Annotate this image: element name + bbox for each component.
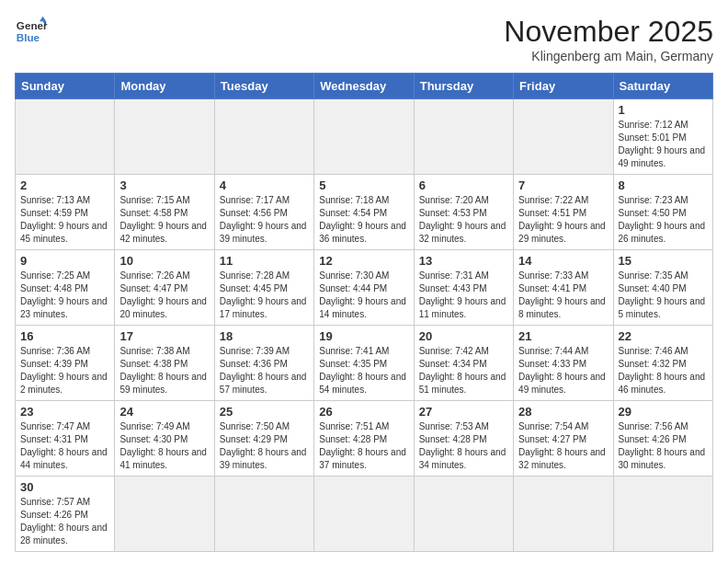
calendar-week-2: 2Sunrise: 7:13 AM Sunset: 4:59 PM Daylig…	[16, 175, 713, 250]
day-number: 17	[119, 329, 209, 343]
location-subtitle: Klingenberg am Main, Germany	[504, 49, 713, 63]
day-info: Sunrise: 7:17 AM Sunset: 4:56 PM Dayligh…	[220, 194, 309, 246]
calendar-cell	[514, 477, 613, 552]
day-info: Sunrise: 7:51 AM Sunset: 4:28 PM Dayligh…	[319, 420, 408, 472]
day-number: 25	[220, 405, 309, 419]
day-number: 4	[220, 178, 309, 192]
day-number: 13	[419, 254, 508, 268]
calendar-body: 1Sunrise: 7:12 AM Sunset: 5:01 PM Daylig…	[16, 99, 713, 552]
calendar-cell: 6Sunrise: 7:20 AM Sunset: 4:53 PM Daylig…	[414, 175, 513, 250]
header-friday: Friday	[514, 74, 613, 99]
day-number: 19	[319, 329, 408, 343]
day-info: Sunrise: 7:26 AM Sunset: 4:47 PM Dayligh…	[119, 270, 209, 321]
day-info: Sunrise: 7:22 AM Sunset: 4:51 PM Dayligh…	[518, 194, 608, 246]
calendar-week-4: 16Sunrise: 7:36 AM Sunset: 4:39 PM Dayli…	[16, 326, 713, 401]
day-info: Sunrise: 7:41 AM Sunset: 4:35 PM Dayligh…	[319, 345, 408, 396]
calendar-cell: 14Sunrise: 7:33 AM Sunset: 4:41 PM Dayli…	[514, 250, 613, 326]
day-info: Sunrise: 7:56 AM Sunset: 4:26 PM Dayligh…	[619, 420, 708, 472]
day-info: Sunrise: 7:46 AM Sunset: 4:32 PM Dayligh…	[619, 345, 708, 396]
logo: General Blue	[15, 15, 48, 48]
calendar-cell	[314, 99, 414, 175]
page-header: General Blue November 2025 Klingenberg a…	[15, 15, 713, 63]
day-info: Sunrise: 7:54 AM Sunset: 4:27 PM Dayligh…	[518, 420, 608, 472]
day-info: Sunrise: 7:33 AM Sunset: 4:41 PM Dayligh…	[518, 270, 608, 321]
calendar-cell: 7Sunrise: 7:22 AM Sunset: 4:51 PM Daylig…	[514, 175, 613, 250]
day-number: 21	[518, 329, 608, 343]
calendar-cell	[115, 477, 214, 552]
day-info: Sunrise: 7:36 AM Sunset: 4:39 PM Dayligh…	[20, 345, 109, 396]
day-number: 30	[20, 480, 109, 494]
day-number: 28	[518, 405, 608, 419]
calendar-cell: 29Sunrise: 7:56 AM Sunset: 4:26 PM Dayli…	[613, 401, 712, 477]
title-block: November 2025 Klingenberg am Main, Germa…	[504, 15, 713, 63]
calendar-cell	[314, 477, 414, 552]
day-info: Sunrise: 7:13 AM Sunset: 4:59 PM Dayligh…	[20, 194, 109, 246]
day-info: Sunrise: 7:23 AM Sunset: 4:50 PM Dayligh…	[619, 194, 708, 246]
calendar-cell: 25Sunrise: 7:50 AM Sunset: 4:29 PM Dayli…	[214, 401, 313, 477]
calendar-cell: 24Sunrise: 7:49 AM Sunset: 4:30 PM Dayli…	[115, 401, 214, 477]
day-number: 3	[119, 178, 209, 192]
calendar-cell: 1Sunrise: 7:12 AM Sunset: 5:01 PM Daylig…	[613, 99, 712, 175]
calendar-cell: 20Sunrise: 7:42 AM Sunset: 4:34 PM Dayli…	[414, 326, 513, 401]
month-title: November 2025	[504, 15, 713, 49]
day-number: 14	[518, 254, 608, 268]
header-thursday: Thursday	[414, 74, 513, 99]
day-number: 18	[220, 329, 309, 343]
calendar-week-3: 9Sunrise: 7:25 AM Sunset: 4:48 PM Daylig…	[16, 250, 713, 326]
calendar-cell: 8Sunrise: 7:23 AM Sunset: 4:50 PM Daylig…	[613, 175, 712, 250]
header-tuesday: Tuesday	[214, 74, 313, 99]
calendar-cell: 30Sunrise: 7:57 AM Sunset: 4:26 PM Dayli…	[16, 477, 115, 552]
logo-icon: General Blue	[15, 15, 48, 48]
calendar-cell: 4Sunrise: 7:17 AM Sunset: 4:56 PM Daylig…	[214, 175, 313, 250]
calendar-cell: 26Sunrise: 7:51 AM Sunset: 4:28 PM Dayli…	[314, 401, 414, 477]
day-info: Sunrise: 7:15 AM Sunset: 4:58 PM Dayligh…	[119, 194, 209, 246]
calendar-cell: 27Sunrise: 7:53 AM Sunset: 4:28 PM Dayli…	[414, 401, 513, 477]
calendar-cell: 5Sunrise: 7:18 AM Sunset: 4:54 PM Daylig…	[314, 175, 414, 250]
calendar-cell	[115, 99, 214, 175]
day-number: 11	[220, 254, 309, 268]
calendar-cell: 9Sunrise: 7:25 AM Sunset: 4:48 PM Daylig…	[16, 250, 115, 326]
day-info: Sunrise: 7:53 AM Sunset: 4:28 PM Dayligh…	[419, 420, 508, 472]
calendar-cell: 28Sunrise: 7:54 AM Sunset: 4:27 PM Dayli…	[514, 401, 613, 477]
header-monday: Monday	[115, 74, 214, 99]
header-row: SundayMondayTuesdayWednesdayThursdayFrid…	[16, 74, 713, 99]
day-number: 7	[518, 178, 608, 192]
day-info: Sunrise: 7:47 AM Sunset: 4:31 PM Dayligh…	[20, 420, 109, 472]
calendar-cell: 18Sunrise: 7:39 AM Sunset: 4:36 PM Dayli…	[214, 326, 313, 401]
day-number: 16	[20, 329, 109, 343]
calendar-table: SundayMondayTuesdayWednesdayThursdayFrid…	[15, 73, 713, 552]
day-info: Sunrise: 7:18 AM Sunset: 4:54 PM Dayligh…	[319, 194, 408, 246]
day-number: 6	[419, 178, 508, 192]
calendar-cell	[214, 477, 313, 552]
day-info: Sunrise: 7:57 AM Sunset: 4:26 PM Dayligh…	[20, 496, 109, 547]
day-info: Sunrise: 7:12 AM Sunset: 5:01 PM Dayligh…	[619, 119, 708, 170]
svg-text:Blue: Blue	[17, 31, 40, 43]
day-number: 26	[319, 405, 408, 419]
day-info: Sunrise: 7:50 AM Sunset: 4:29 PM Dayligh…	[220, 420, 309, 472]
calendar-cell	[514, 99, 613, 175]
calendar-week-6: 30Sunrise: 7:57 AM Sunset: 4:26 PM Dayli…	[16, 477, 713, 552]
day-info: Sunrise: 7:35 AM Sunset: 4:40 PM Dayligh…	[619, 270, 708, 321]
calendar-cell: 12Sunrise: 7:30 AM Sunset: 4:44 PM Dayli…	[314, 250, 414, 326]
day-number: 9	[20, 254, 109, 268]
calendar-cell: 16Sunrise: 7:36 AM Sunset: 4:39 PM Dayli…	[16, 326, 115, 401]
calendar-cell: 22Sunrise: 7:46 AM Sunset: 4:32 PM Dayli…	[613, 326, 712, 401]
header-sunday: Sunday	[16, 74, 115, 99]
day-number: 8	[619, 178, 708, 192]
day-info: Sunrise: 7:49 AM Sunset: 4:30 PM Dayligh…	[119, 420, 209, 472]
calendar-week-5: 23Sunrise: 7:47 AM Sunset: 4:31 PM Dayli…	[16, 401, 713, 477]
calendar-cell: 11Sunrise: 7:28 AM Sunset: 4:45 PM Dayli…	[214, 250, 313, 326]
calendar-header: SundayMondayTuesdayWednesdayThursdayFrid…	[16, 74, 713, 99]
day-info: Sunrise: 7:44 AM Sunset: 4:33 PM Dayligh…	[518, 345, 608, 396]
day-number: 22	[619, 329, 708, 343]
day-number: 20	[419, 329, 508, 343]
day-info: Sunrise: 7:20 AM Sunset: 4:53 PM Dayligh…	[419, 194, 508, 246]
calendar-cell: 19Sunrise: 7:41 AM Sunset: 4:35 PM Dayli…	[314, 326, 414, 401]
day-number: 24	[119, 405, 209, 419]
calendar-cell: 23Sunrise: 7:47 AM Sunset: 4:31 PM Dayli…	[16, 401, 115, 477]
calendar-cell: 2Sunrise: 7:13 AM Sunset: 4:59 PM Daylig…	[16, 175, 115, 250]
day-number: 10	[119, 254, 209, 268]
day-number: 27	[419, 405, 508, 419]
day-number: 23	[20, 405, 109, 419]
calendar-cell: 21Sunrise: 7:44 AM Sunset: 4:33 PM Dayli…	[514, 326, 613, 401]
